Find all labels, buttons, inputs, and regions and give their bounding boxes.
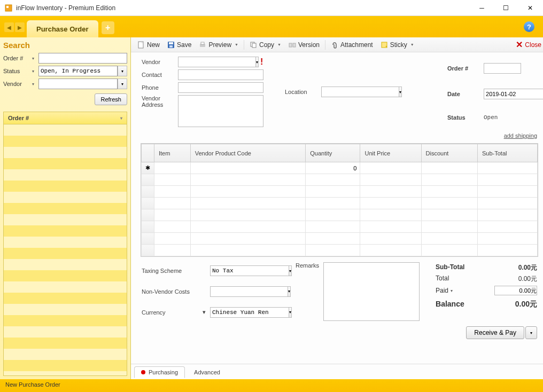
table-row bbox=[142, 209, 538, 221]
paperclip-icon bbox=[331, 41, 338, 49]
content-pane: New Save Preview▼ Copy▼ Version Attachme… bbox=[131, 37, 543, 379]
app-icon bbox=[4, 4, 13, 12]
location-field-label: Location bbox=[285, 89, 317, 95]
window-title: inFlow Inventory - Premium Edition bbox=[16, 4, 470, 12]
new-button[interactable]: New bbox=[134, 40, 163, 50]
bottom-tabs: Purchasing Advanced bbox=[131, 364, 543, 379]
tab-nav-back-icon[interactable]: ◀ bbox=[4, 22, 14, 32]
close-button[interactable]: ✕Close bbox=[513, 38, 543, 51]
vendor-field-label: Vendor bbox=[142, 59, 174, 65]
contact-field-label: Contact bbox=[142, 72, 174, 78]
table-row bbox=[142, 174, 538, 186]
table-row bbox=[142, 233, 538, 245]
nonvendor-dropdown-icon[interactable]: ▾ bbox=[288, 286, 291, 297]
sticky-button[interactable]: Sticky▼ bbox=[377, 40, 417, 50]
status-label: Status bbox=[3, 68, 30, 74]
currency-dropdown-icon[interactable]: ▾ bbox=[289, 307, 292, 318]
taxing-field[interactable] bbox=[210, 265, 289, 276]
tab-purchasing[interactable]: Purchasing bbox=[134, 366, 185, 378]
status-field-label: Status bbox=[447, 114, 479, 121]
col-qty[interactable]: Quantity bbox=[306, 144, 360, 162]
tab-label: Purchase Order bbox=[36, 25, 89, 33]
order-num-label: Order # bbox=[447, 65, 479, 72]
order-search-input[interactable] bbox=[38, 53, 127, 64]
row-header-col bbox=[142, 144, 154, 162]
nonvendor-field[interactable] bbox=[210, 286, 288, 297]
receive-pay-button[interactable]: Receive & Pay bbox=[466, 326, 524, 339]
help-icon[interactable]: ? bbox=[524, 21, 534, 32]
order-num-field[interactable] bbox=[484, 63, 521, 74]
attachment-button[interactable]: Attachment bbox=[328, 40, 376, 50]
version-button[interactable]: Version bbox=[285, 40, 323, 50]
status-dot-icon bbox=[141, 370, 145, 374]
new-row[interactable]: ✱0 bbox=[142, 162, 538, 174]
taxing-label: Taxing Scheme bbox=[142, 268, 206, 274]
sort-icon[interactable]: ▾ bbox=[120, 116, 122, 121]
currency-menu-icon[interactable]: ▾ bbox=[203, 309, 206, 316]
vendor-search-input[interactable] bbox=[38, 79, 118, 89]
svg-rect-9 bbox=[252, 43, 256, 48]
tab-nav-forward-icon[interactable]: ▶ bbox=[15, 22, 25, 32]
taxing-dropdown-icon[interactable]: ▾ bbox=[289, 265, 292, 276]
line-items-grid[interactable]: Item Vendor Product Code Quantity Unit P… bbox=[141, 143, 538, 257]
search-sidebar: Search Order # ▾ Status ▾ ▾ Vendor ▾ ▾ R… bbox=[0, 37, 131, 379]
remarks-field[interactable] bbox=[323, 262, 420, 321]
add-shipping-link[interactable]: add shipping bbox=[504, 132, 537, 139]
tab-advanced[interactable]: Advanced bbox=[187, 366, 227, 378]
vendor-dropdown-icon[interactable]: ▾ bbox=[118, 79, 127, 89]
col-vendor-code[interactable]: Vendor Product Code bbox=[190, 144, 306, 162]
vendor-address-field[interactable] bbox=[178, 95, 263, 127]
order-menu-icon[interactable]: ▾ bbox=[32, 56, 36, 61]
results-header-label: Order # bbox=[8, 115, 29, 121]
location-dropdown-icon[interactable]: ▾ bbox=[399, 87, 402, 97]
date-field[interactable] bbox=[484, 89, 543, 99]
phone-field-label: Phone bbox=[142, 84, 174, 91]
currency-field[interactable] bbox=[210, 307, 289, 318]
status-search-input[interactable] bbox=[38, 66, 118, 76]
table-row bbox=[142, 245, 538, 256]
refresh-button[interactable]: Refresh bbox=[95, 93, 127, 105]
total-label: Total bbox=[436, 275, 449, 284]
results-list[interactable] bbox=[3, 124, 127, 376]
svg-rect-5 bbox=[169, 45, 173, 48]
vendor-field[interactable] bbox=[178, 57, 255, 67]
maximize-button[interactable]: ☐ bbox=[494, 1, 518, 15]
version-icon bbox=[289, 41, 296, 49]
svg-rect-4 bbox=[169, 42, 173, 44]
col-item[interactable]: Item bbox=[154, 144, 191, 162]
title-bar: inFlow Inventory - Premium Edition ─ ☐ ✕ bbox=[0, 0, 543, 16]
totals-panel: Sub-Total0.00元 Total0.00元 Paid▾ Balance0… bbox=[436, 262, 537, 321]
tab-purchase-order[interactable]: Purchase Order bbox=[27, 20, 98, 37]
col-discount[interactable]: Discount bbox=[421, 144, 477, 162]
preview-icon bbox=[199, 41, 206, 49]
status-dropdown-icon[interactable]: ▾ bbox=[118, 66, 127, 76]
preview-button[interactable]: Preview▼ bbox=[196, 40, 242, 50]
save-button[interactable]: Save bbox=[164, 40, 195, 50]
subtotal-label: Sub-Total bbox=[436, 263, 464, 272]
contact-field[interactable] bbox=[178, 69, 263, 80]
new-row-qty[interactable]: 0 bbox=[306, 162, 360, 174]
tab-add-button[interactable]: + bbox=[102, 21, 114, 34]
paid-field[interactable] bbox=[494, 286, 537, 295]
nonvendor-label: Non-Vendor Costs bbox=[142, 288, 206, 295]
results-header[interactable]: Order # ▾ bbox=[3, 112, 127, 124]
status-text: New Purchase Order bbox=[5, 381, 60, 388]
col-subtotal[interactable]: Sub-Total bbox=[478, 144, 538, 162]
vendor-dropdown-icon[interactable]: ▾ bbox=[255, 57, 259, 67]
vendor-menu-icon[interactable]: ▾ bbox=[32, 82, 36, 87]
status-menu-icon[interactable]: ▾ bbox=[32, 69, 36, 74]
paid-menu-icon[interactable]: ▾ bbox=[451, 288, 453, 293]
table-row bbox=[142, 221, 538, 233]
chevron-down-icon: ▼ bbox=[277, 43, 281, 46]
new-row-icon: ✱ bbox=[142, 162, 154, 174]
phone-field[interactable] bbox=[178, 82, 263, 93]
table-row bbox=[142, 198, 538, 209]
receive-pay-split-icon[interactable]: ▾ bbox=[525, 326, 537, 339]
close-window-button[interactable]: ✕ bbox=[518, 1, 542, 15]
balance-value: 0.00元 bbox=[515, 300, 537, 309]
minimize-button[interactable]: ─ bbox=[470, 1, 494, 15]
col-unit-price[interactable]: Unit Price bbox=[360, 144, 421, 162]
copy-button[interactable]: Copy▼ bbox=[246, 40, 284, 50]
location-field[interactable] bbox=[321, 87, 399, 97]
close-icon: ✕ bbox=[516, 40, 523, 50]
